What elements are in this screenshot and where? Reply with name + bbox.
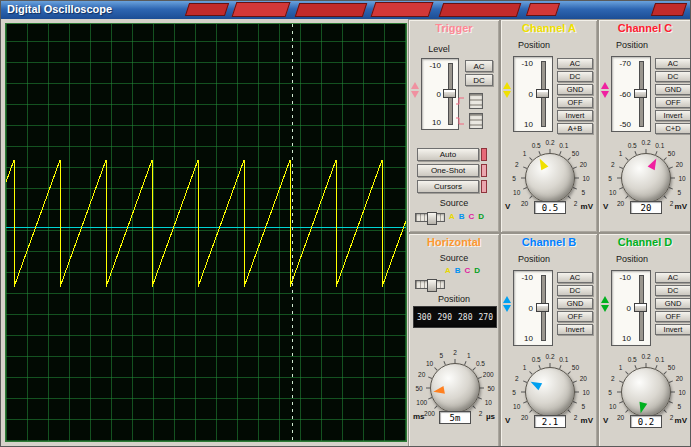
knob-tick [567,195,571,199]
channel-a-a-b-button[interactable]: A+B [557,123,593,134]
knob-scale-label: 20 [617,200,624,207]
trigger-title: Trigger [409,22,499,34]
slider-groove[interactable] [632,271,650,345]
trigger-edge-switch[interactable] [469,93,483,109]
knob-scale-label: 2 [515,161,519,168]
channel-a-invert-button[interactable]: Invert [557,110,593,121]
channel-d-gnd-button[interactable]: GND [655,298,691,309]
position-nudge-arrows[interactable] [601,296,609,312]
channel-a-gnd-button[interactable]: GND [557,84,593,95]
source-channel-d[interactable]: D [474,266,480,275]
position-slider[interactable]: -10 0 10 [513,270,553,346]
vertical-scale-knob[interactable]: 20105210.50.20.150201052VmV0.5 [501,134,597,232]
trigger-auto-button[interactable]: Auto [417,148,479,161]
trigger-cursors-button[interactable]: Cursors [417,180,479,193]
vertical-scale-knob[interactable]: 20105210.50.20.150201052VmV2.1 [501,348,597,446]
scale-value-display: 5m [439,411,471,424]
position-slider-handle[interactable] [634,303,647,312]
trigger-level-slider[interactable]: -10 0 10 [421,58,459,130]
scale-value-display: 2.1 [534,415,566,428]
arrow-up-icon[interactable] [601,296,609,303]
channel-d-ac-button[interactable]: AC [655,272,691,283]
trigger-level-nudge-arrows[interactable] [411,82,419,98]
source-channel-c[interactable]: C [469,212,475,221]
channel-d-dc-button[interactable]: DC [655,285,691,296]
position-slider[interactable]: -10 0 10 [611,270,651,346]
slider-groove[interactable] [534,271,552,345]
trigger-source-slider[interactable] [415,213,445,222]
trigger-ac-button[interactable]: AC [465,60,493,72]
arrow-down-icon[interactable] [411,91,419,98]
knob-scale-label: 50 [415,385,422,392]
position-slider-handle[interactable] [536,303,549,312]
arrow-up-icon[interactable] [503,296,511,303]
title-bar[interactable]: Digital Oscilloscope [1,1,691,19]
knob-scale-label: 10 [609,188,616,195]
source-channel-d[interactable]: D [478,212,484,221]
trigger-source-label: Source [409,198,499,208]
arrow-down-icon[interactable] [601,305,609,312]
channel-b-dc-button[interactable]: DC [557,285,593,296]
source-channel-b[interactable]: B [459,212,465,221]
knob-dial[interactable] [525,153,575,203]
horizontal-position-readout[interactable]: 300290280270 [413,306,497,328]
knob-tick [567,409,571,413]
position-slider-handle[interactable] [634,89,647,98]
channel-c-invert-button[interactable]: Invert [655,110,691,121]
channel-c-gnd-button[interactable]: GND [655,84,691,95]
trigger-slope-switch[interactable] [469,113,483,129]
knob-dial[interactable] [525,367,575,417]
channel-b-invert-button[interactable]: Invert [557,324,593,335]
position-nudge-arrows[interactable] [601,82,609,98]
arrow-down-icon[interactable] [503,91,511,98]
vertical-scale-knob[interactable]: 20105210.50.20.150201052VmV20 [599,134,691,232]
knob-dial[interactable] [621,153,671,203]
arrow-down-icon[interactable] [503,305,511,312]
channel-b-off-button[interactable]: OFF [557,311,593,322]
arrow-up-icon[interactable] [411,82,419,89]
position-slider[interactable]: -70 -60 -50 [611,56,651,132]
scope-display [5,23,407,442]
position-label: Position [599,40,665,50]
knob-scale-label: 2 [611,375,615,382]
unit-left-label: V [603,416,608,425]
slider-groove[interactable] [632,57,650,131]
slider-scale-label: 0 [514,90,533,99]
knob-scale-label: 10 [485,398,492,405]
channel-c-c-d-button[interactable]: C+D [655,123,691,134]
arrow-up-icon[interactable] [601,82,609,89]
channel-a-off-button[interactable]: OFF [557,97,593,108]
channel-c-off-button[interactable]: OFF [655,97,691,108]
vertical-scale-knob[interactable]: 20105210.50.20.150201052VmV0.2 [599,348,691,446]
arrow-up-icon[interactable] [503,82,511,89]
source-channel-a[interactable]: A [445,266,451,275]
channel-b-ac-button[interactable]: AC [557,272,593,283]
channel-d-off-button[interactable]: OFF [655,311,691,322]
slider-scale-label: 0 [612,304,631,313]
position-nudge-arrows[interactable] [503,82,511,98]
trigger-source-channels: ABCD [449,212,484,221]
source-channel-c[interactable]: C [465,266,471,275]
horizontal-source-slider[interactable] [415,280,445,289]
unit-left-label: V [603,202,608,211]
channel-d-invert-button[interactable]: Invert [655,324,691,335]
source-channel-b[interactable]: B [455,266,461,275]
position-slider[interactable]: -10 0 10 [513,56,553,132]
knob-scale-label: 2 [670,200,674,207]
position-label: Position [501,254,567,264]
channel-c-dc-button[interactable]: DC [655,71,691,82]
slider-scale-label: -10 [612,273,631,282]
trigger-dc-button[interactable]: DC [465,74,493,86]
position-slider-handle[interactable] [536,89,549,98]
source-channel-a[interactable]: A [449,212,455,221]
slider-groove[interactable] [534,57,552,131]
timebase-knob[interactable]: 2001005020105210.520050102msµs5m [409,330,499,447]
channel-b-gnd-button[interactable]: GND [557,298,593,309]
channel-a-ac-button[interactable]: AC [557,58,593,69]
position-nudge-arrows[interactable] [503,296,511,312]
arrow-down-icon[interactable] [601,91,609,98]
trigger-one-shot-button[interactable]: One-Shot [417,164,479,177]
knob-dial[interactable] [621,367,671,417]
channel-c-ac-button[interactable]: AC [655,58,691,69]
channel-a-dc-button[interactable]: DC [557,71,593,82]
